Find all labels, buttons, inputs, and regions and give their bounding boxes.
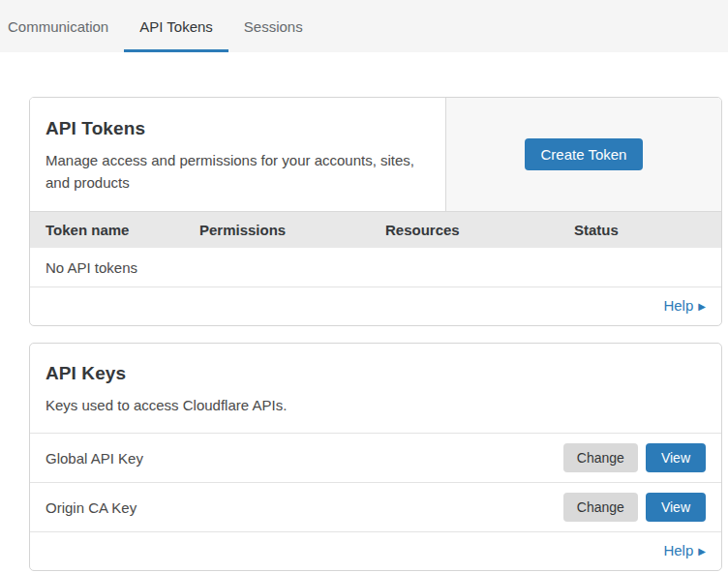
column-header-status: Status (574, 222, 706, 238)
origin-ca-key-change-button[interactable]: Change (563, 493, 638, 522)
api-keys-card-description: Keys used to access Cloudflare APIs. (46, 394, 425, 416)
api-tokens-card-footer: Help▶ (30, 286, 721, 325)
global-api-key-change-button[interactable]: Change (563, 443, 638, 472)
tab-api-tokens[interactable]: API Tokens (124, 0, 228, 52)
tab-bar: Communication API Tokens Sessions (0, 0, 728, 52)
api-key-row-origin-ca: Origin CA Key Change View (30, 482, 721, 531)
global-api-key-view-button[interactable]: View (646, 443, 706, 472)
origin-ca-key-actions: Change View (563, 493, 706, 522)
api-tokens-card-description: Manage access and permissions for your a… (46, 149, 425, 195)
help-link-label: Help (663, 542, 693, 558)
api-key-row-global: Global API Key Change View (30, 433, 721, 482)
tab-communication[interactable]: Communication (8, 0, 124, 52)
help-arrow-icon: ▶ (698, 301, 706, 312)
global-api-key-label: Global API Key (46, 450, 143, 467)
help-arrow-icon: ▶ (698, 546, 706, 557)
column-header-permissions: Permissions (199, 222, 385, 238)
api-keys-card-title: API Keys (46, 363, 706, 384)
column-header-resources: Resources (385, 222, 574, 238)
token-table-empty-row: No API tokens (30, 248, 721, 286)
api-tokens-help-link[interactable]: Help▶ (663, 297, 706, 314)
api-tokens-card: API Tokens Manage access and permissions… (29, 97, 722, 326)
token-table-header: Token name Permissions Resources Status (30, 211, 721, 248)
api-tokens-card-header: API Tokens Manage access and permissions… (30, 98, 721, 211)
api-keys-card-footer: Help▶ (30, 531, 721, 570)
create-token-button[interactable]: Create Token (525, 138, 644, 170)
column-header-token-name: Token name (46, 222, 199, 238)
no-api-tokens-message: No API tokens (46, 259, 137, 276)
api-tokens-card-header-text: API Tokens Manage access and permissions… (30, 98, 446, 211)
api-keys-card: API Keys Keys used to access Cloudflare … (29, 343, 722, 571)
api-keys-card-header: API Keys Keys used to access Cloudflare … (30, 344, 721, 433)
origin-ca-key-view-button[interactable]: View (646, 493, 706, 522)
api-keys-help-link[interactable]: Help▶ (663, 542, 706, 558)
global-api-key-actions: Change View (563, 443, 706, 472)
help-link-label: Help (663, 297, 693, 314)
origin-ca-key-label: Origin CA Key (46, 499, 136, 516)
api-tokens-card-title: API Tokens (46, 118, 430, 139)
api-tokens-card-header-actions: Create Token (446, 98, 721, 211)
tab-sessions[interactable]: Sessions (228, 0, 318, 52)
